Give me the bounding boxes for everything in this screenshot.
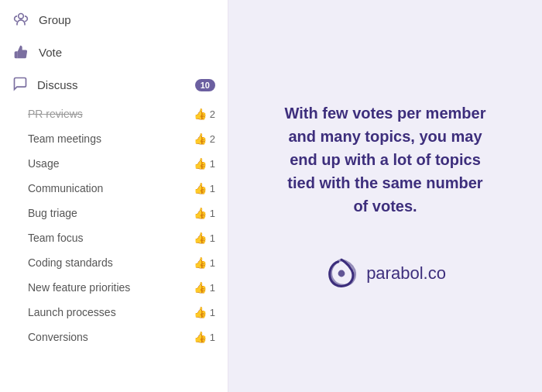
- list-item[interactable]: Conversions 👍 1: [0, 325, 228, 349]
- list-item[interactable]: PR reviews 👍 2: [0, 101, 228, 126]
- warning-text: With few votes per member and many topic…: [285, 101, 486, 218]
- vote-count: 👍 1: [194, 281, 215, 294]
- list-item[interactable]: New feature priorities 👍 1: [0, 275, 228, 300]
- vote-count: 👍 1: [194, 157, 215, 170]
- sidebar-item-discuss[interactable]: Discuss 10: [0, 68, 228, 101]
- vote-number: 1: [210, 158, 215, 170]
- thumbup-icon: 👍: [194, 281, 207, 294]
- list-item[interactable]: Team focus 👍 1: [0, 225, 228, 250]
- vote-count: 👍 1: [194, 306, 215, 318]
- sidebar-main-section: Group Vote Discuss 10 PR reviews: [0, 3, 228, 349]
- vote-number: 1: [210, 282, 215, 294]
- sidebar-group-label: Group: [39, 13, 71, 26]
- thumbup-icon: 👍: [194, 182, 207, 194]
- sub-item-label: Communication: [28, 182, 103, 194]
- sub-item-label: Usage: [28, 157, 59, 170]
- thumbup-icon: 👍: [194, 306, 207, 318]
- thumbup-icon: 👍: [194, 207, 207, 219]
- group-icon: [12, 11, 29, 28]
- vote-count: 👍 1: [194, 182, 215, 194]
- sidebar: Group Vote Discuss 10 PR reviews: [0, 0, 228, 392]
- list-item[interactable]: Communication 👍 1: [0, 176, 228, 201]
- thumbup-icon: 👍: [194, 108, 207, 120]
- list-item[interactable]: Usage 👍 1: [0, 151, 228, 176]
- sub-items-list: PR reviews 👍 2 Team meetings 👍 2 Usage 👍…: [0, 101, 228, 349]
- sidebar-item-vote[interactable]: Vote: [0, 36, 228, 68]
- sidebar-discuss-label: Discuss: [37, 78, 78, 91]
- sub-item-label: Coding standards: [28, 256, 113, 269]
- sidebar-vote-label: Vote: [39, 46, 62, 59]
- sub-item-label: Launch processes: [28, 306, 116, 318]
- svg-point-1: [338, 270, 345, 277]
- vote-count: 👍 2: [194, 132, 215, 145]
- sub-item-label: Team meetings: [28, 132, 101, 145]
- vote-number: 2: [210, 108, 215, 120]
- vote-count: 👍 2: [194, 108, 215, 120]
- vote-icon: [12, 43, 29, 60]
- thumbup-icon: 👍: [194, 132, 207, 145]
- vote-number: 1: [210, 257, 215, 269]
- sub-item-label: Bug triage: [28, 207, 77, 219]
- sidebar-item-group[interactable]: Group: [0, 3, 228, 36]
- list-item[interactable]: Team meetings 👍 2: [0, 126, 228, 151]
- list-item[interactable]: Bug triage 👍 1: [0, 201, 228, 225]
- sub-item-label: Team focus: [28, 232, 84, 244]
- vote-number: 1: [210, 208, 215, 219]
- svg-point-0: [19, 14, 24, 19]
- vote-count: 👍 1: [194, 232, 215, 244]
- list-item[interactable]: Coding standards 👍 1: [0, 250, 228, 275]
- discuss-icon: [12, 76, 28, 94]
- vote-count: 👍 1: [194, 256, 215, 269]
- brand-name: parabol.co: [366, 263, 446, 284]
- parabol-logo: [324, 256, 358, 291]
- sub-item-label: Conversions: [28, 331, 88, 343]
- main-content: With few votes per member and many topic…: [228, 0, 542, 392]
- thumbup-icon: 👍: [194, 256, 207, 269]
- vote-number: 2: [210, 133, 215, 145]
- vote-number: 1: [210, 307, 215, 318]
- sub-item-label: PR reviews: [28, 108, 83, 120]
- vote-count: 👍 1: [194, 331, 215, 343]
- vote-number: 1: [210, 183, 215, 194]
- vote-number: 1: [210, 232, 215, 244]
- vote-number: 1: [210, 332, 215, 343]
- list-item[interactable]: Launch processes 👍 1: [0, 300, 228, 325]
- thumbup-icon: 👍: [194, 157, 207, 170]
- sub-item-label: New feature priorities: [28, 281, 130, 294]
- vote-count: 👍 1: [194, 207, 215, 219]
- thumbup-icon: 👍: [194, 232, 207, 244]
- discuss-badge: 10: [195, 79, 215, 91]
- thumbup-icon: 👍: [194, 331, 207, 343]
- brand: parabol.co: [324, 256, 446, 291]
